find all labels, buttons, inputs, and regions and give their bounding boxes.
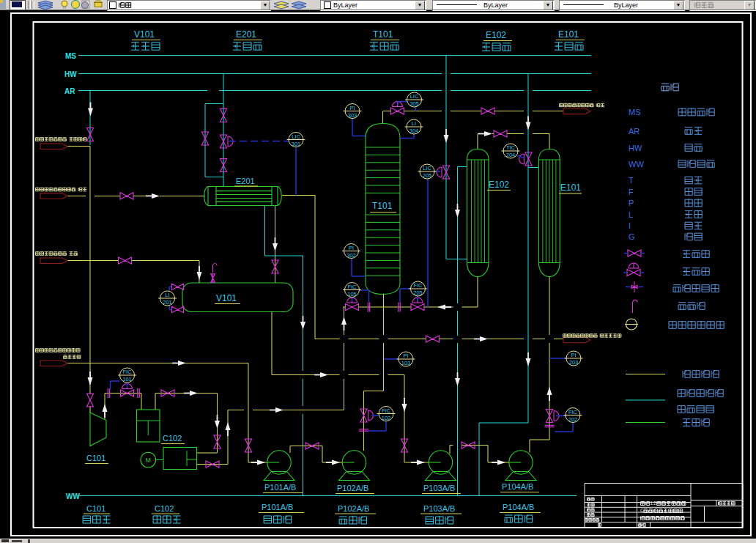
- svg-text:MS: MS: [629, 108, 641, 117]
- svg-text:PI: PI: [571, 352, 576, 358]
- svg-text:V101: V101: [134, 29, 155, 40]
- svg-text:203: 203: [569, 359, 579, 366]
- svg-text:AR: AR: [629, 127, 640, 136]
- svg-text:E201: E201: [236, 29, 256, 40]
- svg-text:F: F: [629, 188, 634, 196]
- svg-text:E201: E201: [236, 177, 255, 185]
- svg-text:P: P: [629, 199, 634, 207]
- svg-text:E101: E101: [560, 182, 581, 193]
- svg-text:P102A/B: P102A/B: [337, 484, 368, 492]
- svg-text:LIC: LIC: [423, 165, 431, 171]
- svg-text:C101: C101: [86, 504, 105, 513]
- svg-text:WW: WW: [629, 160, 644, 169]
- svg-text:LI: LI: [165, 292, 169, 298]
- svg-text:PI: PI: [403, 352, 408, 359]
- svg-text:PI: PI: [349, 245, 354, 251]
- svg-text:201: 201: [163, 299, 172, 306]
- svg-text:T101: T101: [372, 201, 393, 211]
- svg-text:G: G: [629, 232, 635, 241]
- svg-text:304: 304: [410, 128, 419, 134]
- svg-text:C102: C102: [155, 504, 174, 513]
- svg-text:V101: V101: [216, 293, 237, 303]
- svg-text:MS: MS: [65, 52, 76, 60]
- svg-text:P104A/B: P104A/B: [502, 482, 533, 491]
- svg-text:204: 204: [506, 152, 516, 158]
- svg-text:L: L: [629, 210, 633, 219]
- svg-text:AR: AR: [64, 87, 75, 95]
- svg-text:LIC: LIC: [410, 93, 419, 100]
- svg-text:E102: E102: [489, 180, 509, 190]
- svg-text:301: 301: [292, 141, 301, 147]
- svg-text:202: 202: [568, 416, 578, 423]
- svg-text:P104A/B: P104A/B: [503, 503, 534, 511]
- svg-text:E101: E101: [558, 29, 579, 40]
- svg-text:P101A/B: P101A/B: [264, 483, 296, 492]
- svg-text:103: 103: [401, 360, 411, 366]
- svg-text:102: 102: [382, 415, 391, 421]
- svg-text:FIC: FIC: [347, 284, 357, 290]
- svg-text:M: M: [146, 457, 152, 464]
- svg-text:FIC: FIC: [122, 369, 132, 375]
- svg-text:I: I: [629, 221, 631, 230]
- svg-text:C: C: [640, 508, 644, 513]
- svg-text:P103A/B: P103A/B: [423, 504, 455, 513]
- svg-text:TIC: TIC: [506, 144, 516, 151]
- svg-text:E102: E102: [486, 30, 506, 40]
- svg-text:FIC: FIC: [413, 282, 423, 289]
- svg-text:303: 303: [348, 112, 357, 119]
- svg-text:P101A/B: P101A/B: [262, 503, 293, 511]
- svg-text:205: 205: [413, 289, 423, 296]
- svg-text:T: T: [629, 176, 634, 185]
- svg-text:LIC: LIC: [292, 133, 300, 140]
- svg-text:LI: LI: [412, 120, 416, 127]
- svg-text:WW: WW: [66, 492, 80, 500]
- svg-text:T101: T101: [373, 29, 393, 40]
- svg-text:HW: HW: [64, 70, 77, 78]
- svg-text:FIC: FIC: [382, 407, 391, 414]
- svg-text:205: 205: [423, 172, 432, 179]
- svg-text:P102A/B: P102A/B: [338, 504, 369, 513]
- svg-text:FIC: FIC: [568, 409, 578, 415]
- svg-text:2: 2: [653, 500, 656, 506]
- svg-text:PI: PI: [349, 105, 355, 111]
- svg-text:C102: C102: [163, 434, 182, 443]
- svg-text:HW: HW: [629, 144, 642, 152]
- svg-text:101: 101: [122, 376, 132, 383]
- svg-text:C101: C101: [86, 454, 105, 462]
- svg-text:P103A/B: P103A/B: [423, 484, 455, 492]
- svg-text:105: 105: [347, 291, 357, 298]
- svg-text:302: 302: [346, 252, 356, 259]
- svg-text:305: 305: [410, 100, 419, 107]
